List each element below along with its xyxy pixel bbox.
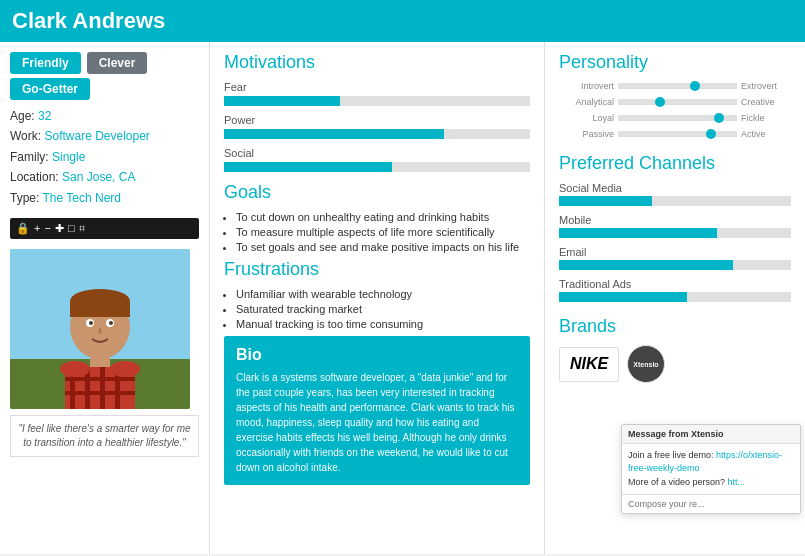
mobile-track <box>559 228 791 238</box>
frustration-item-0: Unfamiliar with wearable technology <box>236 288 530 300</box>
popup-link2[interactable]: htt... <box>728 477 746 487</box>
passive-marker <box>706 129 716 139</box>
motivation-bar-power: Power <box>224 114 530 139</box>
middle-section: Motivations Fear Power Social Goals To c… <box>210 42 545 554</box>
toolbar: 🔒 + − ✚ □ ⌗ <box>10 218 199 239</box>
main-content: Friendly Clever Go-Getter Age: 32 Work: … <box>0 42 805 554</box>
work-value: Software Developer <box>44 129 149 143</box>
quote-box: "I feel like there's a smarter way for m… <box>10 415 199 457</box>
popup-link1[interactable]: https://o/xtensio-free-weekly-demo <box>628 450 782 474</box>
toolbar-minus-icon[interactable]: − <box>44 222 50 234</box>
frustration-item-2: Manual tracking is too time consuming <box>236 318 530 330</box>
personality-section: Personality Introvert Extrovert Analytic… <box>559 52 791 139</box>
power-track <box>224 129 530 139</box>
passive-label: Passive <box>559 129 614 139</box>
bio-text: Clark is a systems software developer, a… <box>236 370 518 475</box>
channel-email: Email <box>559 246 791 270</box>
social-fill <box>224 162 392 172</box>
email-fill <box>559 260 733 270</box>
slider-analytical-creative: Analytical Creative <box>559 97 791 107</box>
tag-clever[interactable]: Clever <box>87 52 148 74</box>
frustration-item-1: Saturated tracking market <box>236 303 530 315</box>
goal-item-0: To cut down on unhealthy eating and drin… <box>236 211 530 223</box>
motivations-title: Motivations <box>224 52 530 73</box>
svg-rect-16 <box>65 391 135 395</box>
toolbar-crop-icon[interactable]: ⌗ <box>79 222 85 235</box>
motivation-bar-social: Social <box>224 147 530 172</box>
frustrations-title: Frustrations <box>224 259 530 280</box>
info-section: Age: 32 Work: Software Developer Family:… <box>10 106 199 208</box>
fear-track <box>224 96 530 106</box>
fickle-label: Fickle <box>741 113 791 123</box>
family-label: Family: <box>10 150 49 164</box>
type-label: Type: <box>10 191 39 205</box>
fear-fill <box>224 96 340 106</box>
social-label: Social <box>224 147 530 159</box>
popup-line2: More of a video person? htt... <box>628 477 745 487</box>
nike-logo: NIKE <box>559 347 619 382</box>
popup-line1: Join a free live demo: https://o/xtensio… <box>628 450 782 474</box>
personality-title: Personality <box>559 52 791 73</box>
analytical-track <box>618 99 737 105</box>
popup-compose-input[interactable] <box>622 494 800 513</box>
page-title: Clark Andrews <box>12 8 793 34</box>
age-label: Age: <box>10 109 35 123</box>
goal-item-1: To measure multiple aspects of life more… <box>236 226 530 238</box>
xtensio-logo: Xtensio <box>627 345 665 383</box>
popup-body: Join a free live demo: https://o/xtensio… <box>622 444 800 495</box>
toolbar-lock-icon[interactable]: 🔒 <box>16 222 30 235</box>
svg-rect-15 <box>65 377 135 381</box>
power-fill <box>224 129 444 139</box>
location-label: Location: <box>10 170 59 184</box>
svg-rect-5 <box>70 301 130 317</box>
analytical-label: Analytical <box>559 97 614 107</box>
svg-point-17 <box>60 361 90 377</box>
work-label: Work: <box>10 129 41 143</box>
goals-list: To cut down on unhealthy eating and drin… <box>224 211 530 253</box>
tags-container: Friendly Clever <box>10 52 199 74</box>
svg-point-8 <box>89 321 93 325</box>
channel-traditional-ads: Traditional Ads <box>559 278 791 302</box>
channels-section: Preferred Channels Social Media Mobile E… <box>559 153 791 302</box>
header: Clark Andrews <box>0 0 805 42</box>
fear-label: Fear <box>224 81 530 93</box>
channels-title: Preferred Channels <box>559 153 791 174</box>
social-media-label: Social Media <box>559 182 791 194</box>
slider-passive-active: Passive Active <box>559 129 791 139</box>
right-section: Personality Introvert Extrovert Analytic… <box>545 42 805 554</box>
channel-social-media: Social Media <box>559 182 791 206</box>
archetype-value: The Tech Nerd <box>42 191 121 205</box>
power-label: Power <box>224 114 530 126</box>
loyal-track <box>618 115 737 121</box>
quote-text: "I feel like there's a smarter way for m… <box>18 423 190 448</box>
bio-box: Bio Clark is a systems software develope… <box>224 336 530 485</box>
loyal-label: Loyal <box>559 113 614 123</box>
social-media-fill <box>559 196 652 206</box>
age-value: 32 <box>38 109 51 123</box>
traditional-ads-label: Traditional Ads <box>559 278 791 290</box>
email-track <box>559 260 791 270</box>
toolbar-plus-icon[interactable]: + <box>34 222 40 234</box>
active-label: Active <box>741 129 791 139</box>
svg-point-9 <box>109 321 113 325</box>
introvert-track <box>618 83 737 89</box>
traditional-ads-fill <box>559 292 687 302</box>
mobile-label: Mobile <box>559 214 791 226</box>
extrovert-label: Extrovert <box>741 81 791 91</box>
brands-section: Brands NIKE Xtensio <box>559 316 791 383</box>
toolbar-move-icon[interactable]: ✚ <box>55 222 64 235</box>
svg-rect-13 <box>100 367 105 409</box>
popup-header: Message from Xtensio <box>622 425 800 444</box>
brands-row: NIKE Xtensio <box>559 345 791 383</box>
family-value: Single <box>52 150 85 164</box>
svg-point-18 <box>110 361 140 377</box>
brands-title: Brands <box>559 316 791 337</box>
tag-friendly[interactable]: Friendly <box>10 52 81 74</box>
frustrations-list: Unfamiliar with wearable technology Satu… <box>224 288 530 330</box>
tag-go-getter[interactable]: Go-Getter <box>10 78 90 100</box>
sidebar: Friendly Clever Go-Getter Age: 32 Work: … <box>0 42 210 554</box>
slider-loyal-fickle: Loyal Fickle <box>559 113 791 123</box>
goal-item-2: To set goals and see and make positive i… <box>236 241 530 253</box>
toolbar-square-icon[interactable]: □ <box>68 222 75 234</box>
goals-title: Goals <box>224 182 530 203</box>
